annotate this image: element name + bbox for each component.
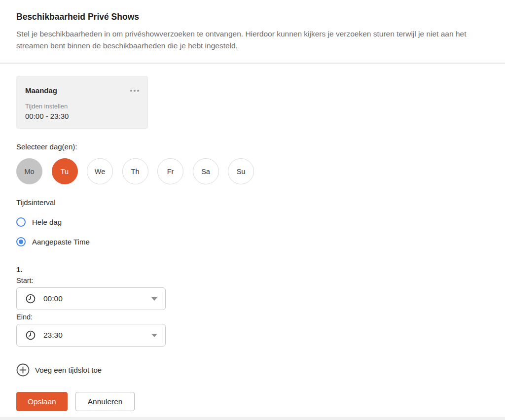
page-title: Beschikbaarheid Privé Shows bbox=[16, 12, 489, 22]
end-time-label: Eind: bbox=[16, 313, 489, 321]
radio-custom-time[interactable]: Aangepaste Time bbox=[16, 237, 90, 246]
plus-circle-icon bbox=[16, 363, 30, 377]
radio-custom-time-label: Aangepaste Time bbox=[32, 238, 90, 246]
save-button[interactable]: Opslaan bbox=[16, 392, 68, 411]
timeslot-index: 1. bbox=[16, 265, 489, 274]
cancel-button[interactable]: Annuleren bbox=[75, 392, 135, 411]
radio-whole-day-label: Hele dag bbox=[32, 218, 62, 226]
page-description: Stel je beschikbaarheden in om privéshow… bbox=[16, 28, 489, 52]
day-chip-su[interactable]: Su bbox=[228, 158, 254, 184]
section-divider bbox=[0, 63, 505, 64]
ellipsis-icon[interactable] bbox=[130, 88, 139, 94]
day-chip-fr[interactable]: Fr bbox=[157, 158, 183, 184]
start-time-select[interactable]: 00:00 bbox=[16, 287, 166, 310]
day-chip-tu[interactable]: Tu bbox=[52, 158, 78, 184]
radio-icon bbox=[16, 217, 26, 227]
time-interval-label: Tijdsinterval bbox=[16, 198, 489, 207]
card-times-label: Tijden instellen bbox=[25, 103, 139, 110]
chevron-down-icon bbox=[151, 334, 157, 337]
clock-icon bbox=[25, 330, 36, 341]
day-chip-sa[interactable]: Sa bbox=[193, 158, 219, 184]
clock-icon bbox=[25, 293, 36, 304]
select-days-label: Selecteer dag(en): bbox=[16, 142, 489, 151]
add-timeslot-label: Voeg een tijdslot toe bbox=[35, 366, 102, 374]
start-time-label: Start: bbox=[16, 277, 489, 284]
day-chip-mo[interactable]: Mo bbox=[16, 158, 42, 184]
card-day-name: Maandag bbox=[25, 86, 57, 95]
day-chip-th[interactable]: Th bbox=[122, 158, 148, 184]
end-time-select[interactable]: 23:30 bbox=[16, 324, 166, 347]
day-selector: Mo Tu We Th Fr Sa Su bbox=[16, 158, 489, 184]
radio-icon bbox=[16, 237, 26, 246]
end-time-value: 23:30 bbox=[43, 331, 151, 340]
chevron-down-icon bbox=[151, 297, 157, 301]
radio-whole-day[interactable]: Hele dag bbox=[16, 217, 62, 227]
next-section-edge bbox=[0, 418, 505, 420]
availability-settings-page: Beschikbaarheid Privé Shows Stel je besc… bbox=[0, 0, 505, 411]
action-buttons: Opslaan Annuleren bbox=[16, 392, 489, 411]
schedule-card-monday[interactable]: Maandag Tijden instellen 00:00 - 23:30 bbox=[16, 76, 148, 129]
start-time-value: 00:00 bbox=[43, 294, 151, 303]
add-timeslot-button[interactable]: Voeg een tijdslot toe bbox=[16, 363, 102, 377]
day-chip-we[interactable]: We bbox=[87, 158, 113, 184]
card-time-range: 00:00 - 23:30 bbox=[25, 112, 139, 120]
